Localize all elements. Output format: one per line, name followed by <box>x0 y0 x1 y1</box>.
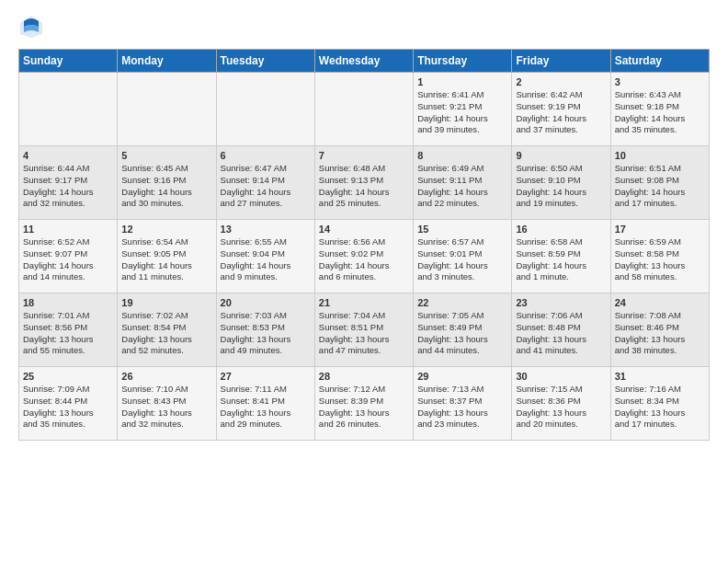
day-info: Sunrise: 6:47 AM Sunset: 9:14 PM Dayligh… <box>221 163 311 210</box>
day-cell: 21Sunrise: 7:04 AM Sunset: 8:51 PM Dayli… <box>314 293 413 367</box>
page: SundayMondayTuesdayWednesdayThursdayFrid… <box>0 0 728 563</box>
day-cell: 27Sunrise: 7:11 AM Sunset: 8:41 PM Dayli… <box>216 367 314 441</box>
day-cell: 7Sunrise: 6:48 AM Sunset: 9:13 PM Daylig… <box>314 146 413 220</box>
day-info: Sunrise: 6:50 AM Sunset: 9:10 PM Dayligh… <box>516 163 606 210</box>
day-number: 13 <box>221 224 311 235</box>
day-info: Sunrise: 6:45 AM Sunset: 9:16 PM Dayligh… <box>121 163 211 210</box>
day-info: Sunrise: 6:44 AM Sunset: 9:17 PM Dayligh… <box>23 163 113 210</box>
day-number: 7 <box>319 150 409 161</box>
day-number: 4 <box>23 150 113 161</box>
day-number: 18 <box>23 297 113 308</box>
day-cell <box>314 73 413 146</box>
day-cell: 3Sunrise: 6:43 AM Sunset: 9:18 PM Daylig… <box>610 73 709 146</box>
calendar-table: SundayMondayTuesdayWednesdayThursdayFrid… <box>18 49 710 441</box>
day-info: Sunrise: 6:55 AM Sunset: 9:04 PM Dayligh… <box>221 236 311 283</box>
col-header-wednesday: Wednesday <box>314 50 413 73</box>
day-info: Sunrise: 6:52 AM Sunset: 9:07 PM Dayligh… <box>23 236 113 283</box>
day-info: Sunrise: 7:08 AM Sunset: 8:46 PM Dayligh… <box>615 310 705 357</box>
day-number: 20 <box>221 297 311 308</box>
day-info: Sunrise: 7:11 AM Sunset: 8:41 PM Dayligh… <box>221 384 311 431</box>
day-number: 12 <box>121 224 211 235</box>
day-cell: 24Sunrise: 7:08 AM Sunset: 8:46 PM Dayli… <box>610 293 709 367</box>
day-number: 22 <box>417 297 507 308</box>
day-info: Sunrise: 6:49 AM Sunset: 9:11 PM Dayligh… <box>417 163 507 210</box>
day-cell: 22Sunrise: 7:05 AM Sunset: 8:49 PM Dayli… <box>414 293 512 367</box>
day-number: 10 <box>615 150 705 161</box>
day-cell: 2Sunrise: 6:42 AM Sunset: 9:19 PM Daylig… <box>512 73 610 146</box>
day-number: 31 <box>615 371 705 382</box>
day-number: 30 <box>516 371 606 382</box>
day-cell: 18Sunrise: 7:01 AM Sunset: 8:56 PM Dayli… <box>19 293 118 367</box>
day-info: Sunrise: 6:57 AM Sunset: 9:01 PM Dayligh… <box>417 236 507 283</box>
day-number: 1 <box>417 76 507 87</box>
week-row-3: 11Sunrise: 6:52 AM Sunset: 9:07 PM Dayli… <box>19 220 710 293</box>
day-cell: 9Sunrise: 6:50 AM Sunset: 9:10 PM Daylig… <box>512 146 610 220</box>
day-info: Sunrise: 6:42 AM Sunset: 9:19 PM Dayligh… <box>516 89 606 136</box>
day-cell: 6Sunrise: 6:47 AM Sunset: 9:14 PM Daylig… <box>216 146 314 220</box>
day-number: 26 <box>121 371 211 382</box>
day-number: 6 <box>221 150 311 161</box>
day-cell: 28Sunrise: 7:12 AM Sunset: 8:39 PM Dayli… <box>314 367 413 441</box>
day-info: Sunrise: 6:59 AM Sunset: 8:58 PM Dayligh… <box>615 236 705 283</box>
day-number: 5 <box>121 150 211 161</box>
logo <box>18 14 48 40</box>
day-cell <box>118 73 216 146</box>
day-cell: 20Sunrise: 7:03 AM Sunset: 8:53 PM Dayli… <box>216 293 314 367</box>
header-row: SundayMondayTuesdayWednesdayThursdayFrid… <box>19 50 710 73</box>
day-info: Sunrise: 7:13 AM Sunset: 8:37 PM Dayligh… <box>417 384 507 431</box>
day-info: Sunrise: 6:48 AM Sunset: 9:13 PM Dayligh… <box>319 163 409 210</box>
day-info: Sunrise: 6:54 AM Sunset: 9:05 PM Dayligh… <box>121 236 211 283</box>
day-info: Sunrise: 7:04 AM Sunset: 8:51 PM Dayligh… <box>319 310 409 357</box>
week-row-5: 25Sunrise: 7:09 AM Sunset: 8:44 PM Dayli… <box>19 367 710 441</box>
day-number: 2 <box>516 76 606 87</box>
day-info: Sunrise: 6:51 AM Sunset: 9:08 PM Dayligh… <box>615 163 705 210</box>
day-cell <box>19 73 118 146</box>
day-number: 29 <box>417 371 507 382</box>
day-info: Sunrise: 7:01 AM Sunset: 8:56 PM Dayligh… <box>23 310 113 357</box>
day-number: 21 <box>319 297 409 308</box>
day-cell: 19Sunrise: 7:02 AM Sunset: 8:54 PM Dayli… <box>118 293 216 367</box>
day-number: 17 <box>615 224 705 235</box>
day-info: Sunrise: 7:03 AM Sunset: 8:53 PM Dayligh… <box>221 310 311 357</box>
day-number: 19 <box>121 297 211 308</box>
day-cell: 14Sunrise: 6:56 AM Sunset: 9:02 PM Dayli… <box>314 220 413 293</box>
day-number: 3 <box>615 76 705 87</box>
logo-icon <box>18 14 44 40</box>
week-row-4: 18Sunrise: 7:01 AM Sunset: 8:56 PM Dayli… <box>19 293 710 367</box>
day-info: Sunrise: 7:12 AM Sunset: 8:39 PM Dayligh… <box>319 384 409 431</box>
day-number: 15 <box>417 224 507 235</box>
day-cell: 13Sunrise: 6:55 AM Sunset: 9:04 PM Dayli… <box>216 220 314 293</box>
day-info: Sunrise: 7:16 AM Sunset: 8:34 PM Dayligh… <box>615 384 705 431</box>
day-number: 27 <box>221 371 311 382</box>
day-number: 23 <box>516 297 606 308</box>
week-row-2: 4Sunrise: 6:44 AM Sunset: 9:17 PM Daylig… <box>19 146 710 220</box>
day-number: 24 <box>615 297 705 308</box>
day-cell: 1Sunrise: 6:41 AM Sunset: 9:21 PM Daylig… <box>414 73 512 146</box>
col-header-saturday: Saturday <box>610 50 709 73</box>
col-header-monday: Monday <box>118 50 216 73</box>
day-cell: 29Sunrise: 7:13 AM Sunset: 8:37 PM Dayli… <box>414 367 512 441</box>
col-header-friday: Friday <box>512 50 610 73</box>
day-cell: 11Sunrise: 6:52 AM Sunset: 9:07 PM Dayli… <box>19 220 118 293</box>
col-header-thursday: Thursday <box>414 50 512 73</box>
col-header-sunday: Sunday <box>19 50 118 73</box>
day-info: Sunrise: 7:15 AM Sunset: 8:36 PM Dayligh… <box>516 384 606 431</box>
week-row-1: 1Sunrise: 6:41 AM Sunset: 9:21 PM Daylig… <box>19 73 710 146</box>
day-cell: 25Sunrise: 7:09 AM Sunset: 8:44 PM Dayli… <box>19 367 118 441</box>
day-cell <box>216 73 314 146</box>
day-number: 8 <box>417 150 507 161</box>
day-info: Sunrise: 7:02 AM Sunset: 8:54 PM Dayligh… <box>121 310 211 357</box>
day-number: 11 <box>23 224 113 235</box>
day-cell: 26Sunrise: 7:10 AM Sunset: 8:43 PM Dayli… <box>118 367 216 441</box>
day-info: Sunrise: 7:09 AM Sunset: 8:44 PM Dayligh… <box>23 384 113 431</box>
day-number: 14 <box>319 224 409 235</box>
day-cell: 10Sunrise: 6:51 AM Sunset: 9:08 PM Dayli… <box>610 146 709 220</box>
day-cell: 4Sunrise: 6:44 AM Sunset: 9:17 PM Daylig… <box>19 146 118 220</box>
day-number: 28 <box>319 371 409 382</box>
day-cell: 8Sunrise: 6:49 AM Sunset: 9:11 PM Daylig… <box>414 146 512 220</box>
day-info: Sunrise: 7:06 AM Sunset: 8:48 PM Dayligh… <box>516 310 606 357</box>
day-info: Sunrise: 7:05 AM Sunset: 8:49 PM Dayligh… <box>417 310 507 357</box>
day-info: Sunrise: 7:10 AM Sunset: 8:43 PM Dayligh… <box>121 384 211 431</box>
day-cell: 23Sunrise: 7:06 AM Sunset: 8:48 PM Dayli… <box>512 293 610 367</box>
day-cell: 17Sunrise: 6:59 AM Sunset: 8:58 PM Dayli… <box>610 220 709 293</box>
